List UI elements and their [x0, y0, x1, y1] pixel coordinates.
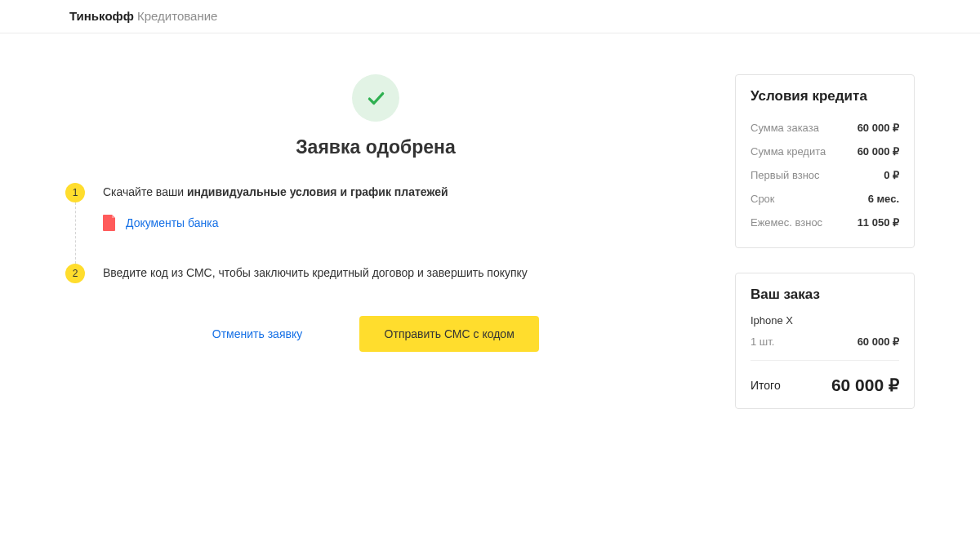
main-content: Заявка одобрена 1 Скачайте ваши индивиду… — [65, 74, 735, 352]
document-icon — [103, 215, 116, 231]
brand-rest: Кредитование — [134, 9, 218, 23]
brand-bold: Тинькофф — [69, 9, 134, 23]
step-1-number: 1 — [65, 183, 85, 202]
credit-row-label: Первый взнос — [751, 169, 820, 181]
brand: Тинькофф Кредитование — [69, 9, 217, 23]
credit-terms-card: Условия кредита Сумма заказа 60 000 ₽ Су… — [735, 74, 915, 248]
cancel-button[interactable]: Отменить заявку — [212, 316, 302, 352]
order-qty-value: 60 000 ₽ — [858, 336, 899, 348]
credit-row-value: 11 050 ₽ — [858, 216, 899, 229]
credit-row: Сумма кредита 60 000 ₽ — [751, 140, 899, 163]
bank-documents-link[interactable]: Документы банка — [103, 215, 686, 231]
send-sms-button[interactable]: Отправить СМС с кодом — [359, 316, 539, 352]
credit-row-label: Сумма заказа — [751, 122, 819, 134]
steps-list: 1 Скачайте ваши индивидуальные условия и… — [65, 183, 686, 283]
credit-terms-title: Условия кредита — [751, 88, 899, 104]
step-2: 2 Введите код из СМС, чтобы заключить кр… — [65, 264, 686, 283]
credit-row-value: 60 000 ₽ — [858, 122, 899, 134]
bank-documents-label: Документы банка — [126, 216, 219, 229]
order-total-row: Итого 60 000 ₽ — [751, 367, 899, 395]
step-2-text: Введите код из СМС, чтобы заключить кред… — [103, 266, 528, 279]
credit-row-value: 60 000 ₽ — [858, 145, 899, 158]
header: Тинькофф Кредитование — [0, 0, 980, 33]
checkmark-icon — [365, 87, 386, 109]
credit-row-label: Ежемес. взнос — [751, 216, 822, 229]
actions-row: Отменить заявку Отправить СМС с кодом — [65, 316, 686, 352]
step-1-text-prefix: Скачайте ваши — [103, 185, 187, 198]
step-connector — [75, 202, 76, 264]
step-1-text-bold: индивидуальные условия и график платежей — [187, 185, 448, 198]
credit-row-value: 0 ₽ — [884, 169, 899, 181]
credit-row-label: Срок — [751, 193, 775, 205]
credit-row: Срок 6 мес. — [751, 187, 899, 211]
order-total-value: 60 000 ₽ — [831, 376, 899, 395]
order-product-name: Iphone X — [751, 314, 899, 327]
order-title: Ваш заказ — [751, 287, 899, 303]
success-badge — [352, 74, 399, 122]
step-2-number: 2 — [65, 264, 85, 283]
page-title: Заявка одобрена — [65, 136, 686, 158]
credit-row: Сумма заказа 60 000 ₽ — [751, 116, 899, 140]
credit-row: Первый взнос 0 ₽ — [751, 163, 899, 187]
order-qty-row: 1 шт. 60 000 ₽ — [751, 330, 899, 353]
sidebar: Условия кредита Сумма заказа 60 000 ₽ Су… — [735, 74, 915, 433]
step-1: 1 Скачайте ваши индивидуальные условия и… — [65, 183, 686, 264]
credit-row-value: 6 мес. — [868, 193, 899, 205]
order-card: Ваш заказ Iphone X 1 шт. 60 000 ₽ Итого … — [735, 273, 915, 409]
credit-row: Ежемес. взнос 11 050 ₽ — [751, 211, 899, 234]
order-qty-label: 1 шт. — [751, 336, 774, 348]
order-total-label: Итого — [751, 379, 781, 392]
divider — [751, 360, 899, 361]
credit-row-label: Сумма кредита — [751, 145, 826, 158]
